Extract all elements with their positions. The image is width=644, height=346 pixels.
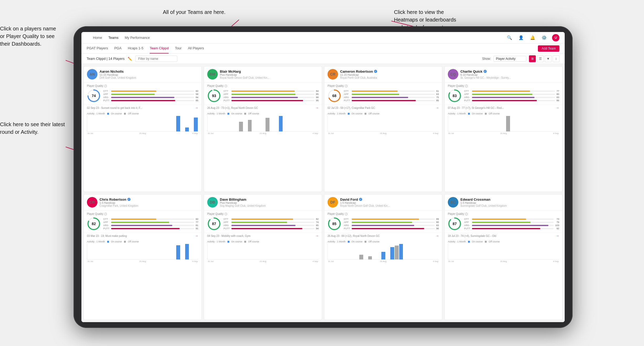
card-header: CR Chris Robertson✓ 1-5 Handicap Craigmi… bbox=[84, 194, 201, 210]
chart-bar bbox=[185, 244, 189, 259]
quality-circle[interactable]: 87 bbox=[448, 217, 461, 231]
search-icon[interactable]: 🔍 bbox=[506, 34, 513, 41]
off-course-dot bbox=[124, 241, 126, 243]
quality-number: 87 bbox=[212, 222, 216, 226]
latest-round[interactable]: 26 Aug 23 · 73 (+1), Royal North Devon G… bbox=[204, 105, 322, 111]
tab-all-players[interactable]: All Players bbox=[188, 44, 204, 54]
stat-val-ott: 73 bbox=[555, 218, 559, 220]
quality-circle[interactable]: 83 bbox=[448, 89, 461, 103]
quality-circle[interactable]: 82 bbox=[87, 217, 101, 231]
player-name[interactable]: Edward Crossman bbox=[460, 198, 559, 201]
chart-area bbox=[328, 244, 439, 260]
edit-icon[interactable]: ✏️ bbox=[128, 57, 132, 61]
show-select[interactable]: Player Activity Quality Score Trend bbox=[494, 56, 526, 62]
filter-button[interactable]: ▼ bbox=[545, 55, 552, 62]
player-name[interactable]: Cameron Robertson✓ bbox=[340, 70, 439, 73]
quality-circle[interactable]: 74 bbox=[87, 89, 101, 103]
card-header: EC Edward Crossman 1-5 Handicap Sunningd… bbox=[445, 194, 562, 210]
nav-my-performance[interactable]: My Performance bbox=[125, 36, 150, 40]
player-handicap: 1-5 Handicap bbox=[460, 201, 559, 204]
info-icon[interactable]: i bbox=[104, 85, 107, 87]
stat-bar-putt bbox=[352, 228, 435, 229]
info-icon[interactable]: i bbox=[345, 213, 347, 215]
chart-label-start: 31 Jul bbox=[208, 260, 213, 263]
activity-label: Activity · 1 Month bbox=[207, 112, 225, 115]
player-card-charlie-quick[interactable]: CQ Charlie Quick✓ 6-10 Handicap St. Geor… bbox=[444, 66, 563, 192]
tablet-screen: Home Teams My Performance 🔍 👤 🔔 ⚙️ U PGA… bbox=[81, 32, 565, 322]
tab-tour[interactable]: Tour bbox=[175, 44, 181, 54]
tab-pgat-players[interactable]: PGAT Players bbox=[87, 44, 108, 54]
chart-label-start: 31 Jul bbox=[87, 260, 93, 263]
player-name[interactable]: Aaron Nicholls bbox=[100, 70, 198, 73]
on-course-dot bbox=[227, 241, 229, 243]
player-card-chris-robertson[interactable]: CR Chris Robertson✓ 1-5 Handicap Craigmi… bbox=[84, 194, 202, 320]
info-icon[interactable]: i bbox=[345, 85, 347, 87]
quality-circle[interactable]: 68 bbox=[328, 89, 341, 103]
stat-bar-app bbox=[111, 94, 194, 95]
player-name[interactable]: Charlie Quick✓ bbox=[460, 70, 559, 73]
list-view-button[interactable]: ☰ bbox=[537, 55, 544, 62]
activity-section: Activity · 1 Month On course Off course … bbox=[84, 239, 201, 264]
tab-team-clippd[interactable]: Team Clippd bbox=[150, 44, 169, 54]
quality-section: Player Quality i 93 OTT 84 APP bbox=[204, 82, 322, 104]
info-icon[interactable]: i bbox=[465, 213, 468, 215]
player-card-david-ford[interactable]: DF David Ford✓ 1-5 Handicap Royal North … bbox=[324, 194, 442, 320]
off-course-label: Off course bbox=[489, 112, 500, 115]
quality-number: 83 bbox=[453, 94, 457, 98]
person-icon[interactable]: 👤 bbox=[517, 34, 525, 41]
player-name[interactable]: Blair McHarg bbox=[220, 70, 319, 73]
player-name[interactable]: Dave Billingham bbox=[220, 198, 319, 201]
quality-circle[interactable]: 93 bbox=[207, 89, 221, 103]
latest-round[interactable]: 02 Jul 23 · 59 (+17), Craigmillar Park G… bbox=[324, 105, 442, 111]
bell-icon[interactable]: 🔔 bbox=[529, 34, 536, 41]
player-card-dave-billingham[interactable]: DB Dave Billingham Plus Handicap Sog Mag… bbox=[204, 194, 322, 320]
info-icon[interactable]: i bbox=[465, 85, 468, 87]
latest-round[interactable]: 02 Sep 23 · Sunset round to get back int… bbox=[84, 105, 201, 111]
player-name[interactable]: David Ford✓ bbox=[340, 198, 439, 201]
sort-button[interactable]: ↕ bbox=[553, 55, 559, 62]
info-icon[interactable]: i bbox=[225, 85, 227, 87]
quality-label: Player Quality i bbox=[448, 212, 559, 215]
player-card-edward-crossman[interactable]: EC Edward Crossman 1-5 Handicap Sunningd… bbox=[444, 194, 563, 320]
info-icon[interactable]: i bbox=[225, 213, 227, 215]
player-card-aaron-nicholls[interactable]: AN Aaron Nicholls 11-15 Handicap Drift G… bbox=[84, 66, 202, 192]
add-team-button[interactable]: Add Team bbox=[538, 45, 559, 52]
stat-bar-ott bbox=[231, 219, 314, 220]
quality-number: 68 bbox=[332, 94, 336, 98]
chart-labels: 31 Jul 21 Aug 4 Sep bbox=[328, 132, 439, 135]
search-input[interactable] bbox=[135, 56, 177, 62]
stat-val-app: 77 bbox=[196, 221, 198, 223]
player-name[interactable]: Chris Robertson✓ bbox=[100, 198, 198, 201]
chart-labels: 31 Jul 21 Aug 4 Sep bbox=[87, 260, 198, 263]
stat-bar-ott bbox=[352, 91, 435, 92]
stat-label-arg: ARG bbox=[224, 96, 230, 99]
stat-label-app: APP bbox=[224, 221, 230, 223]
chart-label-start: 31 Jul bbox=[208, 132, 213, 135]
stat-bar-putt bbox=[472, 100, 555, 101]
stat-val-arg: 85 bbox=[316, 224, 319, 227]
settings-icon[interactable]: ⚙️ bbox=[541, 34, 548, 41]
nav-teams[interactable]: Teams bbox=[108, 36, 118, 40]
activity-header: Activity · 1 Month On course Off course bbox=[87, 240, 198, 243]
chart-area bbox=[448, 244, 559, 260]
toolbar-right: Show: Player Activity Quality Score Tren… bbox=[482, 55, 559, 62]
stat-bar-app bbox=[352, 94, 435, 95]
tab-hcaps[interactable]: Hcaps 1-5 bbox=[128, 44, 143, 54]
tab-pga[interactable]: PGA bbox=[114, 44, 121, 54]
quality-circle[interactable]: 87 bbox=[207, 217, 221, 231]
grid-view-button[interactable]: ⊞ bbox=[529, 55, 536, 62]
latest-round[interactable]: 04 Sep 23 · Mobility with coach, Gym → bbox=[204, 233, 322, 239]
player-card-cameron-robertson[interactable]: CR Cameron Robertson✓ 11-15 Handicap Roy… bbox=[324, 66, 442, 192]
player-card-blair-mcharg[interactable]: BM Blair McHarg Plus Handicap Royal Nort… bbox=[204, 66, 322, 192]
stat-bar-arg bbox=[111, 97, 194, 98]
avatar[interactable]: U bbox=[552, 34, 559, 41]
info-icon[interactable]: i bbox=[104, 213, 107, 215]
latest-round[interactable]: 07 Aug 23 · 77 (+7), St George's Hill GC… bbox=[445, 105, 562, 111]
quality-circle[interactable]: 85 bbox=[328, 217, 341, 231]
latest-round[interactable]: 26 Aug 23 · 84 (+12), Royal North Devon … bbox=[324, 233, 442, 239]
stat-bar-arg bbox=[231, 225, 314, 226]
latest-round[interactable]: 03 Mar 23 · 19; Must make putting → bbox=[84, 233, 201, 239]
stat-label-arg: ARG bbox=[464, 96, 470, 99]
nav-home[interactable]: Home bbox=[93, 36, 102, 40]
latest-round[interactable]: 18 Jul 23 · 74 (+4), Sunningdale GC - Ol… bbox=[445, 233, 562, 239]
